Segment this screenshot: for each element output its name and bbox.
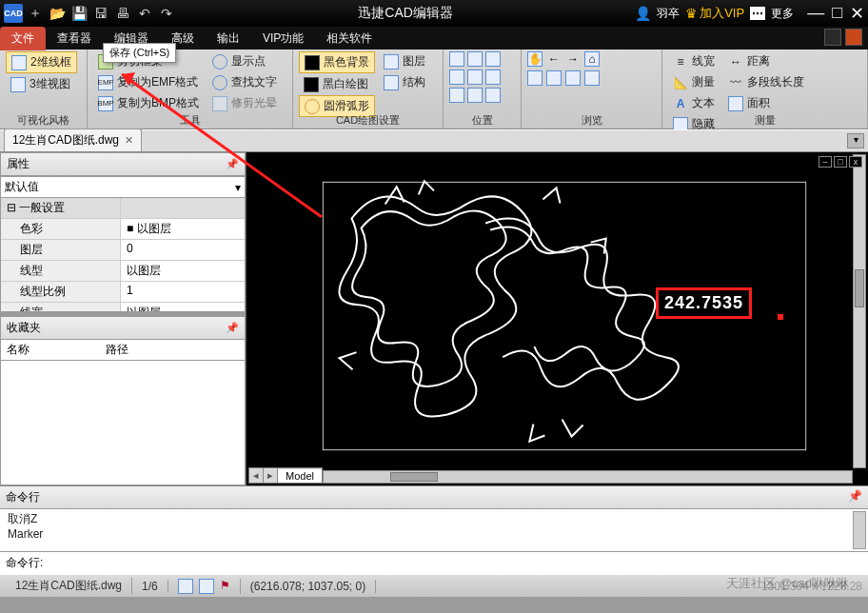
maximize-button[interactable]: □ bbox=[832, 3, 842, 24]
app-title: 迅捷CAD编辑器 bbox=[176, 5, 635, 22]
canvas-scrollbar-v[interactable] bbox=[853, 154, 866, 468]
crown-icon: ♛ bbox=[685, 6, 698, 21]
btn-findtext[interactable]: 查找文字 bbox=[207, 72, 282, 92]
saveas-icon[interactable]: 🖫 bbox=[91, 4, 110, 23]
prop-row: 线型以图层 bbox=[1, 261, 245, 282]
more-button[interactable]: 更多 bbox=[771, 6, 794, 22]
menu-viewer[interactable]: 查看器 bbox=[46, 27, 103, 50]
btn-lineweight[interactable]: ≡线宽 bbox=[668, 51, 720, 71]
close-tab-icon[interactable]: ✕ bbox=[125, 134, 133, 147]
model-tab: ◂ ▸ Model bbox=[248, 467, 323, 484]
ribbon-group-visual: 2维线框 3维视图 可视化风格 bbox=[0, 49, 88, 129]
btn-trimglow[interactable]: 修剪光晕 bbox=[207, 93, 282, 113]
open-icon[interactable]: 📂 bbox=[48, 4, 67, 23]
pos-ico-6[interactable] bbox=[485, 69, 501, 85]
tab-prev-icon[interactable]: ◂ bbox=[249, 468, 264, 483]
app-logo-icon: CAD bbox=[4, 4, 23, 23]
nav-left-icon[interactable]: ← bbox=[546, 51, 562, 67]
nav-hand-icon[interactable]: ✋ bbox=[527, 51, 542, 67]
btn-bwdraw[interactable]: 黑白绘图 bbox=[299, 74, 375, 94]
pos-ico-7[interactable] bbox=[449, 88, 464, 103]
nav-b1[interactable] bbox=[527, 70, 542, 86]
nav-right-icon[interactable]: → bbox=[565, 51, 581, 67]
ribbon-group-cadsettings: 黑色背景 黑白绘图 圆滑弧形 图层 结构 CAD绘图设置 bbox=[293, 49, 444, 129]
pin-icon[interactable]: 📌 bbox=[226, 158, 239, 170]
status-filename: 12生肖CAD图纸.dwg bbox=[6, 578, 132, 594]
tool-btn-1[interactable] bbox=[824, 29, 841, 46]
command-input[interactable] bbox=[47, 555, 862, 571]
new-icon[interactable]: ＋ bbox=[26, 4, 45, 23]
favorites-columns: 名称 路径 bbox=[0, 340, 246, 361]
pos-ico-9[interactable] bbox=[485, 88, 501, 103]
undo-icon[interactable]: ↶ bbox=[135, 4, 154, 23]
log-scrollbar[interactable] bbox=[853, 511, 866, 549]
canvas-scrollbar-h[interactable] bbox=[323, 470, 853, 484]
prop-row: 色彩■ 以图层 bbox=[1, 219, 245, 240]
nav-home-icon[interactable]: ⌂ bbox=[584, 51, 600, 67]
pos-ico-1[interactable] bbox=[449, 51, 464, 67]
user-icon[interactable]: 👤 bbox=[635, 6, 651, 21]
measurement-callout: 242.7535 bbox=[656, 287, 752, 319]
properties-grid: ⊟ 一般设置 色彩■ 以图层 图层0 线型以图层 线型比例1 线宽以图层 bbox=[0, 198, 246, 312]
canvas-window-buttons: – □ x bbox=[819, 156, 862, 168]
grid-toggle[interactable] bbox=[199, 579, 214, 594]
window-buttons: — □ ✕ bbox=[807, 3, 864, 24]
prop-group[interactable]: ⊟ 一般设置 bbox=[1, 198, 245, 219]
btn-2d-wireframe[interactable]: 2维线框 bbox=[6, 51, 77, 73]
menu-related[interactable]: 相关软件 bbox=[315, 27, 384, 50]
status-flag-icon[interactable]: ⚑ bbox=[220, 579, 230, 594]
save-icon[interactable]: 💾 bbox=[69, 4, 89, 23]
favorites-panel: 收藏夹📌 名称 路径 bbox=[0, 316, 246, 485]
pin-icon[interactable]: 📌 bbox=[226, 322, 239, 334]
pos-ico-2[interactable] bbox=[467, 51, 483, 67]
main-area: 属性 📌 默认值▾ ⊟ 一般设置 色彩■ 以图层 图层0 线型以图层 线型比例1… bbox=[0, 152, 868, 485]
print-icon[interactable]: 🖶 bbox=[113, 4, 132, 23]
vip-button[interactable]: ♛加入VIP bbox=[685, 5, 744, 22]
btn-copy-bmp[interactable]: BMP复制为BMP格式 bbox=[93, 93, 204, 113]
pos-ico-5[interactable] bbox=[467, 69, 483, 85]
pos-ico-3[interactable] bbox=[485, 51, 501, 67]
username[interactable]: 羽卒 bbox=[657, 6, 680, 22]
status-toggles: ⚑ bbox=[168, 579, 241, 594]
btn-layers[interactable]: 图层 bbox=[379, 51, 430, 71]
pos-ico-4[interactable] bbox=[449, 69, 464, 85]
btn-copy-emf[interactable]: EMF复制为EMF格式 bbox=[93, 72, 204, 92]
close-button[interactable]: ✕ bbox=[850, 3, 864, 24]
btn-measure[interactable]: 📐测量 bbox=[668, 72, 720, 92]
drawing-canvas[interactable]: 242.7535 bbox=[247, 152, 868, 485]
btn-3d-view[interactable]: 3维视图 bbox=[6, 74, 77, 94]
tab-next-icon[interactable]: ▸ bbox=[264, 468, 278, 483]
properties-selector[interactable]: 默认值▾ bbox=[0, 176, 246, 198]
favorites-body[interactable] bbox=[0, 361, 246, 485]
tool-btn-2[interactable] bbox=[845, 29, 862, 46]
tab-dropdown[interactable]: ▾ bbox=[847, 133, 864, 148]
redo-icon[interactable]: ↷ bbox=[157, 4, 176, 23]
minimize-button[interactable]: — bbox=[807, 3, 824, 24]
nav-b2[interactable] bbox=[546, 70, 562, 86]
document-tab[interactable]: 12生肖CAD图纸.dwg ✕ bbox=[4, 129, 142, 151]
model-tab-label[interactable]: Model bbox=[278, 469, 322, 483]
btn-showpoint[interactable]: 显示点 bbox=[207, 51, 282, 71]
btn-distance[interactable]: ↔距离 bbox=[723, 51, 809, 71]
command-log[interactable]: 取消Z Marker bbox=[0, 509, 868, 551]
menu-file[interactable]: 文件 bbox=[0, 27, 46, 50]
canvas-min-icon[interactable]: – bbox=[819, 156, 832, 168]
prop-row: 线型比例1 bbox=[1, 282, 245, 303]
nav-b4[interactable] bbox=[584, 70, 600, 86]
status-dim: 1301.304 x 1228.28 bbox=[761, 580, 862, 593]
btn-area[interactable]: 面积 bbox=[723, 93, 809, 113]
btn-structure[interactable]: 结构 bbox=[379, 72, 430, 92]
pos-ico-8[interactable] bbox=[467, 88, 483, 103]
menu-vip[interactable]: VIP功能 bbox=[251, 27, 315, 50]
nav-b3[interactable] bbox=[565, 70, 581, 86]
pin-icon[interactable]: 📌 bbox=[848, 489, 862, 505]
canvas-close-icon[interactable]: x bbox=[849, 156, 862, 168]
btn-polylen[interactable]: 〰多段线长度 bbox=[723, 72, 809, 92]
canvas-max-icon[interactable]: □ bbox=[834, 156, 847, 168]
properties-header: 属性 📌 bbox=[0, 152, 246, 176]
prop-row: 图层0 bbox=[1, 240, 245, 261]
menu-output[interactable]: 输出 bbox=[206, 27, 251, 50]
btn-text[interactable]: A文本 bbox=[668, 93, 720, 113]
snap-toggle[interactable] bbox=[178, 579, 193, 594]
btn-blackbg[interactable]: 黑色背景 bbox=[299, 51, 375, 73]
